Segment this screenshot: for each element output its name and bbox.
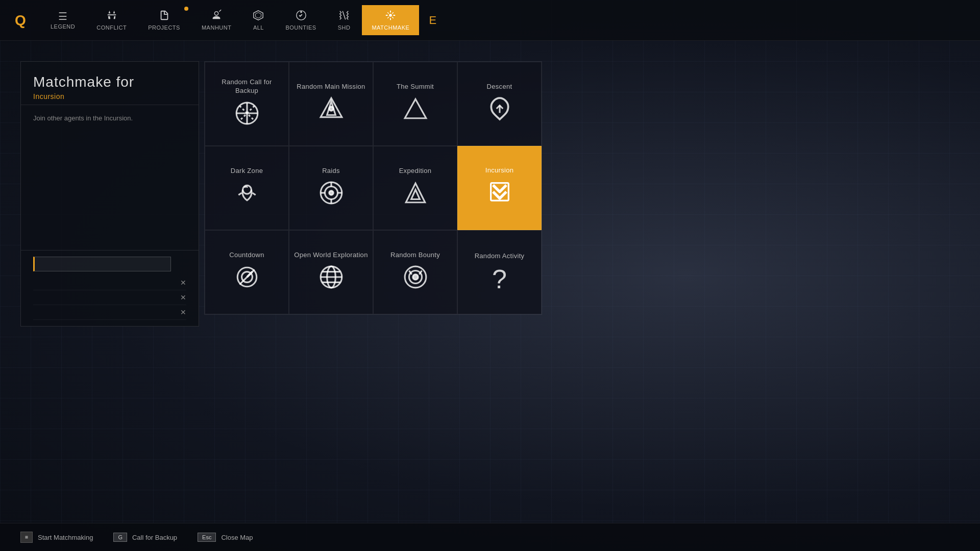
- svg-rect-41: [25, 536, 28, 538]
- tile-descent[interactable]: Descent: [457, 62, 542, 146]
- panel-description: Join other agents in the Incursion.: [21, 105, 199, 250]
- tile-label-expedition: Expedition: [395, 167, 436, 176]
- svg-point-6: [389, 14, 393, 17]
- nav-item-legend[interactable]: ☰ Legend: [41, 7, 85, 34]
- party-row-2: ✕: [33, 290, 186, 305]
- matchmake-title: Matchmake for: [33, 74, 186, 90]
- call-backup-label: Call for Backup: [132, 534, 177, 541]
- party-row-1: ✕: [33, 276, 186, 290]
- tile-incursion[interactable]: Incursion: [457, 146, 542, 230]
- projects-notification: [184, 7, 188, 11]
- projects-icon: [159, 10, 170, 22]
- open-world-icon: [318, 264, 344, 293]
- main-mission-icon: [318, 96, 344, 125]
- party-remove-2[interactable]: ✕: [180, 293, 186, 302]
- bottom-bar: Start Matchmaking G Call for Backup Esc …: [0, 523, 980, 551]
- svg-marker-15: [405, 99, 426, 119]
- nav-item-projects[interactable]: Projects: [138, 5, 190, 35]
- summit-icon: [403, 96, 428, 125]
- close-map-key: Esc: [198, 533, 216, 542]
- svg-line-17: [238, 193, 241, 195]
- svg-line-18: [252, 193, 255, 195]
- manhunt-icon: [211, 10, 222, 22]
- tile-label-the-summit: The Summit: [393, 83, 438, 91]
- nav-label-all: All: [253, 24, 264, 31]
- dark-zone-icon: [234, 180, 260, 209]
- nav-label-legend: Legend: [51, 23, 75, 30]
- nav-label-matchmake: Matchmake: [372, 24, 409, 31]
- nav-item-all[interactable]: All: [243, 5, 274, 35]
- random-activity-icon: ?: [492, 266, 507, 292]
- nav-item-bounties[interactable]: Bounties: [276, 5, 326, 35]
- action-start-matchmaking[interactable]: Start Matchmaking: [20, 532, 93, 543]
- tile-countdown[interactable]: Countdown: [205, 230, 289, 314]
- tile-random-activity[interactable]: Random Activity ?: [457, 230, 542, 314]
- main-content: Matchmake for Incursion Join other agent…: [0, 41, 980, 551]
- tile-label-incursion: Incursion: [481, 166, 518, 175]
- close-map-label: Close Map: [221, 534, 253, 541]
- incursion-icon: [486, 180, 513, 210]
- tile-label-random-main-mission: Random Main Mission: [292, 83, 369, 91]
- shd-icon: [338, 10, 350, 22]
- random-bounty-icon: [403, 264, 428, 293]
- tile-expedition[interactable]: Expedition: [373, 146, 457, 230]
- nav-item-shd[interactable]: SHD: [328, 5, 360, 35]
- descent-icon: [487, 96, 512, 125]
- nav-menu: ☰ Legend Conflict Projects: [41, 5, 444, 35]
- bounties-icon: [296, 10, 307, 22]
- activity-grid: Random Call for Backup Random Main Missi…: [204, 61, 542, 315]
- app-logo: Q: [10, 10, 31, 31]
- tile-label-random-bounty: Random Bounty: [386, 251, 444, 260]
- tile-open-world[interactable]: Open World Exploration: [289, 230, 373, 314]
- tile-random-call-backup[interactable]: Random Call for Backup: [205, 62, 289, 146]
- tile-label-dark-zone: Dark Zone: [227, 167, 267, 176]
- nav-label-conflict: Conflict: [96, 24, 127, 31]
- party-input[interactable]: [33, 257, 171, 271]
- tile-raids[interactable]: Raids: [289, 146, 373, 230]
- countdown-icon: [234, 264, 260, 293]
- nav-item-extra[interactable]: E: [421, 9, 444, 32]
- conflict-icon: [106, 10, 117, 22]
- party-remove-3[interactable]: ✕: [180, 308, 186, 316]
- svg-point-21: [329, 191, 333, 195]
- svg-point-5: [300, 11, 302, 13]
- nav-item-matchmake[interactable]: Matchmake: [362, 5, 419, 35]
- svg-point-14: [329, 107, 333, 111]
- call-backup-key: G: [113, 533, 127, 542]
- start-matchmaking-key: [20, 532, 33, 543]
- tile-label-random-activity: Random Activity: [471, 252, 529, 261]
- action-close-map[interactable]: Esc Close Map: [198, 533, 253, 542]
- raids-icon: [318, 180, 344, 209]
- tile-label-random-call-backup: Random Call for Backup: [205, 78, 288, 95]
- tile-label-countdown: Countdown: [225, 251, 268, 260]
- svg-marker-27: [411, 190, 420, 199]
- left-panel: Matchmake for Incursion Join other agent…: [20, 61, 199, 327]
- tile-random-main-mission[interactable]: Random Main Mission: [289, 62, 373, 146]
- nav-label-bounties: Bounties: [285, 24, 316, 31]
- tile-random-bounty[interactable]: Random Bounty: [373, 230, 457, 314]
- expedition-icon: [403, 180, 428, 209]
- nav-label-manhunt: Manhunt: [202, 24, 232, 31]
- party-row-3: ✕: [33, 305, 186, 320]
- all-icon: [253, 10, 264, 22]
- call-backup-icon: [234, 101, 260, 130]
- nav-label-projects: Projects: [148, 24, 180, 31]
- extra-icon: E: [429, 14, 436, 27]
- svg-point-0: [215, 12, 218, 15]
- tile-label-descent: Descent: [483, 83, 517, 91]
- svg-marker-3: [256, 13, 261, 18]
- party-remove-1[interactable]: ✕: [180, 279, 186, 287]
- legend-icon: ☰: [58, 11, 67, 21]
- nav-item-manhunt[interactable]: Manhunt: [192, 5, 241, 35]
- nav-item-conflict[interactable]: Conflict: [87, 5, 136, 35]
- tile-label-open-world: Open World Exploration: [290, 251, 372, 260]
- party-section: ✕ ✕ ✕: [21, 250, 199, 326]
- action-call-backup[interactable]: G Call for Backup: [113, 533, 177, 542]
- tile-dark-zone[interactable]: Dark Zone: [205, 146, 289, 230]
- topbar: Q ☰ Legend Conflict Projects: [0, 0, 980, 41]
- matchmake-icon: [385, 10, 396, 22]
- tile-the-summit[interactable]: The Summit: [373, 62, 457, 146]
- tile-label-raids: Raids: [318, 167, 344, 176]
- svg-line-1: [219, 10, 222, 12]
- panel-header: Matchmake for Incursion: [21, 62, 199, 105]
